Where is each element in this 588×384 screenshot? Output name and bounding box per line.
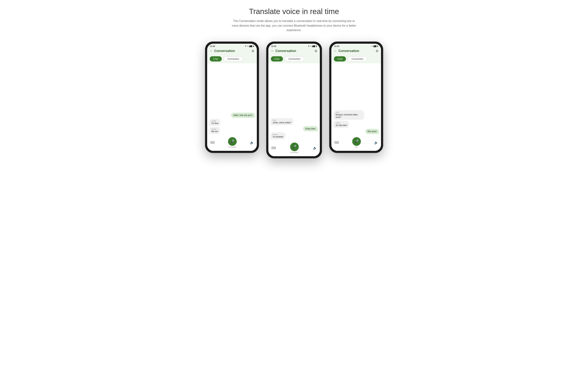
bottom-label-left: bt-headset xyxy=(228,146,236,148)
msg-text: Hello, how are you? xyxy=(233,114,252,116)
table-row: Moi aussi xyxy=(334,129,379,134)
bt-icon-mid: ∗ xyxy=(308,45,309,47)
status-bar-mid: 13:45 ∗ ∿ ▆▇ ▮ xyxy=(268,44,320,48)
wifi-icon-left: ∿ xyxy=(247,45,249,47)
table-row: Carlos I'm fine xyxy=(209,119,255,126)
keyboard-icon-mid[interactable]: ⌨ xyxy=(271,146,276,150)
phone-left-wrapper: 13:45 ∗ ∿ ▆▇ ▮ ← Conversation ⚙ xyxy=(205,41,259,153)
conversation-title-right: Conversation xyxy=(338,49,359,53)
bubble-right: Estoy bien xyxy=(303,126,317,131)
table-row: Hello, how are you? xyxy=(209,113,255,118)
tab-bar-mid: Chat Connection xyxy=(268,55,320,63)
msg-text: I'm fine xyxy=(211,122,218,125)
tab-bar-right: Chat Connection xyxy=(331,55,381,63)
bt-icon-left: ∗ xyxy=(245,45,246,47)
page-subtitle: The Conversation mode allows you to tran… xyxy=(231,19,357,33)
phone-left: 13:45 ∗ ∿ ▆▇ ▮ ← Conversation ⚙ xyxy=(205,41,259,153)
battery-icon-left: ▮ xyxy=(253,45,254,47)
chat-area-mid: Alice ¡Hola, cómo estás? Estoy bien Deni… xyxy=(268,63,320,141)
gear-button-mid[interactable]: ⚙ xyxy=(315,49,317,53)
bottom-bar-mid: ⌨ 🎤 bt-headset 🔈 xyxy=(268,141,320,156)
back-button-right[interactable]: ← xyxy=(334,49,337,53)
table-row: Denise Me too xyxy=(209,127,255,134)
phone-mid-wrapper: 13:45 ∗ ∿ ▆▇ ▮ ← Conversation ⚙ xyxy=(266,41,322,158)
signal-icon-left: ▆▇ xyxy=(249,45,252,47)
mic-button-mid[interactable]: 🎤 xyxy=(290,143,299,151)
msg-text: Yo también xyxy=(273,135,283,138)
mic-button-right[interactable]: 🎤 xyxy=(352,137,361,146)
battery-icon-right: ▮ xyxy=(377,45,378,47)
mic-button-left[interactable]: 🎤 xyxy=(228,137,237,146)
status-bar-right: 13:43 ∿ ▆▇ ▮ xyxy=(331,44,381,48)
tab-bar-left: Chat Connection xyxy=(207,55,257,63)
sender-name: Carlos xyxy=(211,120,218,122)
bottom-label-right: mic xyxy=(355,146,358,148)
keyboard-icon-left[interactable]: ⌨ xyxy=(210,141,215,145)
sender-name: Denise xyxy=(211,128,218,130)
tab-connection-right[interactable]: Connection xyxy=(348,56,367,61)
sender-name: Carlos xyxy=(336,122,347,124)
sender-name: Alice xyxy=(273,119,291,121)
tab-chat-right[interactable]: Chat xyxy=(334,56,346,61)
signal-icon-right: ▆▇ xyxy=(374,45,376,47)
conversation-title-mid: Conversation xyxy=(275,49,296,53)
phone-mid: 13:45 ∗ ∿ ▆▇ ▮ ← Conversation ⚙ xyxy=(266,41,322,158)
table-row: Alice Bonjour comment allez-vous? xyxy=(334,110,379,120)
bubble-left: Alice Bonjour comment allez-vous? xyxy=(334,110,364,120)
msg-text: ¡Hola, cómo estás? xyxy=(273,121,291,124)
msg-text: Je vais bien xyxy=(336,124,347,127)
table-row: Estoy bien xyxy=(271,126,318,131)
gear-button-left[interactable]: ⚙ xyxy=(252,49,254,53)
phone-right: 13:43 ∿ ▆▇ ▮ ← Conversation ⚙ Chat xyxy=(329,41,383,153)
tab-connection-left[interactable]: Connection xyxy=(224,56,243,61)
chat-area-right: Alice Bonjour comment allez-vous? Carlos… xyxy=(331,63,381,136)
msg-text: Bonjour comment allez-vous? xyxy=(336,114,362,118)
speaker-icon-left[interactable]: 🔈 xyxy=(250,141,254,145)
phones-container: 13:45 ∗ ∿ ▆▇ ▮ ← Conversation ⚙ xyxy=(205,41,383,158)
sender-name: Alice xyxy=(336,112,362,113)
page-title: Translate voice in real time xyxy=(231,7,357,16)
keyboard-icon-right[interactable]: ⌨ xyxy=(334,141,339,145)
bubble-left: Denise Me too xyxy=(209,127,220,134)
tab-chat-left[interactable]: Chat xyxy=(210,56,222,61)
status-icons-right: ∿ ▆▇ ▮ xyxy=(371,45,378,47)
status-time-left: 13:45 xyxy=(210,45,215,47)
wifi-icon-mid: ∿ xyxy=(310,45,312,47)
speaker-icon-mid[interactable]: 🔈 xyxy=(313,146,317,150)
chat-area-left: Hello, how are you? Carlos I'm fine Deni… xyxy=(207,63,257,136)
bubble-left: Carlos Je vais bien xyxy=(334,121,349,128)
bottom-label-mid: bt-headset xyxy=(291,152,298,153)
speaker-icon-right[interactable]: 🔈 xyxy=(374,141,378,145)
bubble-right: Hello, how are you? xyxy=(231,113,254,118)
msg-text: Estoy bien xyxy=(305,127,315,130)
status-icons-left: ∗ ∿ ▆▇ ▮ xyxy=(245,45,254,47)
tab-connection-mid[interactable]: Connection xyxy=(285,56,304,61)
gear-button-right[interactable]: ⚙ xyxy=(376,49,378,53)
bottom-bar-left: ⌨ 🎤 bt-headset 🔈 xyxy=(207,136,257,151)
mic-icon-right: 🎤 xyxy=(354,139,359,144)
table-row: Denise Yo también xyxy=(271,132,318,139)
top-bar-right: ← Conversation ⚙ xyxy=(331,48,381,55)
status-time-right: 13:43 xyxy=(334,45,339,47)
bubble-right: Moi aussi xyxy=(365,129,379,134)
bottom-bar-right: ⌨ 🎤 mic 🔈 xyxy=(331,136,381,151)
back-button-left[interactable]: ← xyxy=(210,49,213,53)
mic-icon-left: 🎤 xyxy=(230,139,234,144)
signal-icon-mid: ▆▇ xyxy=(312,45,315,47)
top-bar-left: ← Conversation ⚙ xyxy=(207,48,257,55)
wifi-icon-right: ∿ xyxy=(371,45,373,47)
page-header: Translate voice in real time The Convers… xyxy=(231,7,357,33)
bubble-left: Carlos I'm fine xyxy=(209,119,220,126)
bubble-left: Denise Yo también xyxy=(271,132,286,139)
msg-text: Me too xyxy=(211,130,218,133)
mic-icon-mid: 🎤 xyxy=(292,145,297,149)
status-bar-left: 13:45 ∗ ∿ ▆▇ ▮ xyxy=(207,44,257,48)
table-row: Carlos Je vais bien xyxy=(334,121,379,128)
back-button-mid[interactable]: ← xyxy=(271,49,274,53)
tab-chat-mid[interactable]: Chat xyxy=(271,56,283,61)
status-time-mid: 13:45 xyxy=(271,45,276,47)
conversation-title-left: Conversation xyxy=(214,49,235,53)
top-bar-mid: ← Conversation ⚙ xyxy=(268,48,320,55)
bubble-left: Alice ¡Hola, cómo estás? xyxy=(271,118,293,125)
phone-right-wrapper: 13:43 ∿ ▆▇ ▮ ← Conversation ⚙ Chat xyxy=(329,41,383,153)
